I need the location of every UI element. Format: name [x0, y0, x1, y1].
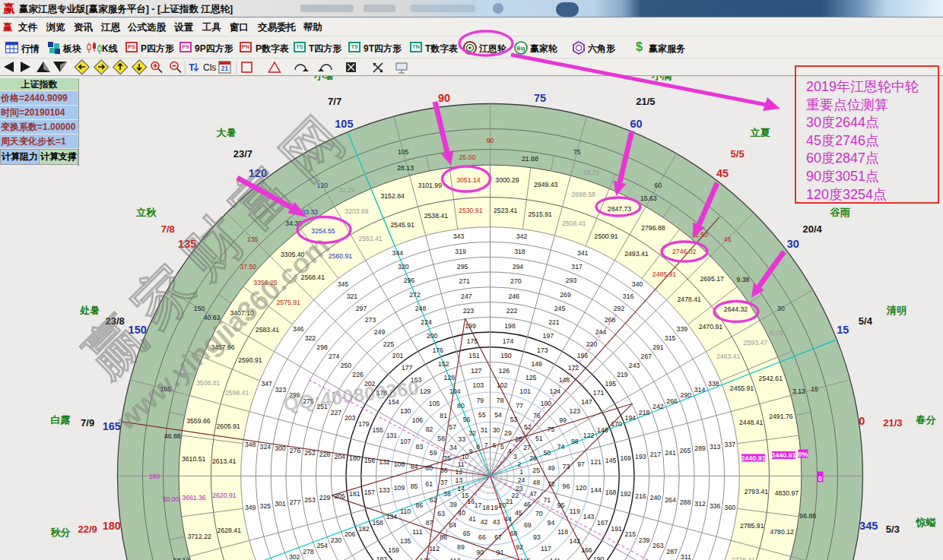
- svg-text:60: 60: [630, 118, 643, 130]
- svg-text:3: 3: [513, 453, 517, 460]
- svg-text:119: 119: [570, 508, 580, 515]
- svg-text:218: 218: [639, 409, 650, 416]
- svg-text:69: 69: [524, 521, 532, 529]
- svg-text:278: 278: [303, 548, 314, 555]
- svg-text:83: 83: [416, 443, 424, 451]
- svg-text:263: 263: [652, 542, 664, 549]
- svg-text:7: 7: [484, 441, 488, 449]
- svg-text:166: 166: [581, 546, 592, 554]
- svg-text:176: 176: [432, 346, 443, 354]
- svg-text:0: 0: [818, 475, 822, 482]
- svg-text:5: 5: [500, 443, 504, 451]
- svg-text:36: 36: [440, 467, 448, 474]
- svg-text:13: 13: [456, 476, 463, 484]
- svg-text:230: 230: [331, 536, 342, 544]
- svg-text:33.33: 33.33: [301, 208, 318, 216]
- svg-text:243: 243: [629, 362, 640, 369]
- svg-text:9.38: 9.38: [736, 276, 749, 283]
- svg-text:立秋: 立秋: [135, 207, 157, 218]
- svg-text:77: 77: [516, 402, 523, 410]
- svg-text:16: 16: [467, 498, 475, 505]
- svg-text:49: 49: [548, 464, 555, 472]
- svg-text:319: 319: [455, 248, 466, 255]
- svg-text:5/3: 5/3: [886, 524, 900, 535]
- svg-text:109: 109: [394, 484, 405, 492]
- svg-text:75: 75: [534, 92, 546, 104]
- svg-text:242: 242: [652, 403, 664, 410]
- svg-text:3203.69: 3203.69: [344, 207, 369, 215]
- svg-text:158: 158: [372, 519, 383, 527]
- svg-text:46.88: 46.88: [164, 432, 181, 440]
- svg-text:53: 53: [510, 416, 518, 423]
- svg-text:177: 177: [402, 364, 413, 372]
- svg-text:268: 268: [605, 316, 616, 324]
- svg-text:344: 344: [392, 249, 404, 257]
- svg-text:204: 204: [334, 453, 345, 460]
- svg-text:53.13: 53.13: [173, 557, 190, 560]
- svg-text:126: 126: [499, 367, 510, 375]
- svg-text:3661.36: 3661.36: [182, 494, 206, 501]
- svg-text:130: 130: [400, 407, 411, 415]
- svg-text:32: 32: [468, 429, 476, 437]
- svg-text:142: 142: [570, 537, 581, 545]
- svg-text:2440.91: 2440.91: [741, 454, 766, 462]
- svg-text:2598.41: 2598.41: [225, 389, 249, 397]
- svg-text:5/4: 5/4: [859, 315, 873, 327]
- svg-text:315: 315: [665, 334, 676, 342]
- svg-text:3610.51: 3610.51: [182, 455, 206, 463]
- svg-text:101: 101: [519, 388, 531, 395]
- svg-text:170: 170: [611, 420, 622, 428]
- svg-text:152: 152: [438, 360, 449, 368]
- svg-text:12: 12: [472, 473, 476, 476]
- svg-text:2778.41: 2778.41: [732, 556, 756, 560]
- svg-text:311: 311: [681, 553, 691, 560]
- svg-text:12: 12: [456, 468, 463, 476]
- svg-text:240: 240: [650, 494, 662, 501]
- svg-text:312: 312: [694, 500, 706, 508]
- svg-text:298: 298: [316, 343, 328, 351]
- svg-text:17: 17: [475, 501, 482, 509]
- svg-text:71: 71: [543, 496, 551, 504]
- svg-text:50.00: 50.00: [163, 495, 179, 503]
- svg-text:19: 19: [491, 504, 498, 511]
- svg-text:70: 70: [535, 510, 543, 517]
- svg-text:272: 272: [409, 291, 421, 299]
- svg-text:67: 67: [494, 533, 502, 541]
- svg-text:93: 93: [533, 533, 541, 541]
- svg-text:338: 338: [708, 380, 719, 388]
- svg-text:26: 26: [529, 454, 537, 462]
- svg-text:216: 216: [635, 492, 646, 500]
- svg-text:40: 40: [458, 509, 465, 517]
- svg-text:60: 60: [654, 182, 662, 189]
- svg-text:62: 62: [430, 496, 437, 504]
- svg-text:25: 25: [532, 467, 540, 474]
- svg-text:27: 27: [523, 444, 531, 451]
- svg-text:291: 291: [652, 343, 664, 351]
- svg-text:惊螠: 惊螠: [916, 517, 937, 528]
- svg-text:白露: 白露: [50, 414, 70, 426]
- svg-text:145: 145: [605, 457, 617, 464]
- svg-text:T: T: [189, 62, 195, 73]
- svg-text:116: 116: [520, 557, 531, 560]
- svg-text:200: 200: [427, 332, 438, 340]
- svg-text:273: 273: [365, 316, 376, 324]
- svg-text:253: 253: [304, 496, 316, 504]
- svg-text:2620.91: 2620.91: [212, 492, 237, 499]
- svg-text:9: 9: [469, 448, 473, 455]
- svg-text:2515.91: 2515.91: [528, 210, 552, 218]
- svg-text:48: 48: [532, 479, 540, 486]
- svg-text:2628.41: 2628.41: [217, 527, 242, 534]
- svg-text:132: 132: [379, 458, 390, 466]
- svg-text:34: 34: [449, 444, 457, 451]
- svg-text:43: 43: [493, 518, 500, 526]
- svg-text:180: 180: [349, 454, 360, 462]
- svg-text:156: 156: [364, 457, 376, 464]
- svg-text:192: 192: [620, 490, 631, 498]
- svg-text:4830.97: 4830.97: [775, 489, 799, 497]
- svg-text:290: 290: [681, 391, 692, 399]
- svg-text:47: 47: [529, 490, 537, 498]
- svg-text:2898.58: 2898.58: [571, 191, 595, 198]
- svg-text:2583.41: 2583.41: [256, 326, 280, 334]
- svg-text:79: 79: [476, 397, 484, 404]
- svg-text:274: 274: [329, 353, 340, 360]
